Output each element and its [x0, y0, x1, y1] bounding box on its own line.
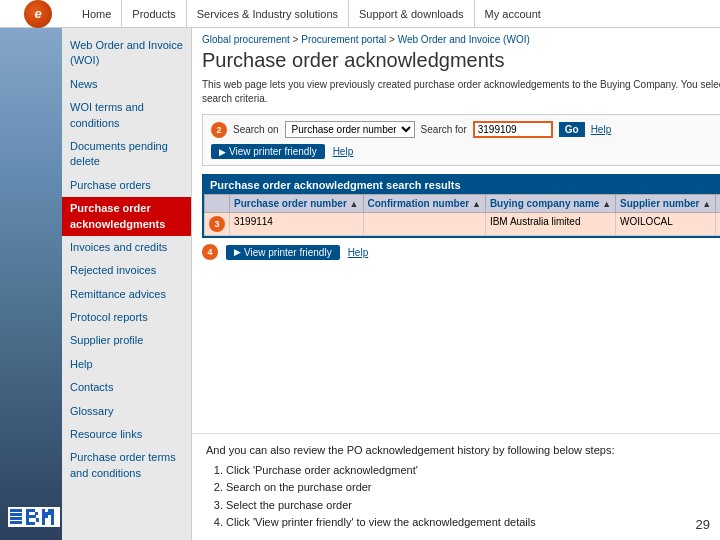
left-bg-image: [0, 28, 62, 540]
sort-arrow-po: ▲: [350, 199, 359, 209]
table-row[interactable]: 3 3199114 IBM Australia limited WOILOCAL…: [205, 213, 721, 236]
main-content: Global procurement > Procurement portal …: [192, 28, 720, 433]
search-for-input[interactable]: [473, 121, 553, 138]
svg-rect-3: [10, 517, 22, 520]
bottom-printer-label: View printer friendly: [244, 247, 332, 258]
go-button[interactable]: Go: [559, 122, 585, 137]
sidebar-item-remittance[interactable]: Remittance advices: [62, 283, 191, 306]
sidebar-item-purchase-orders[interactable]: Purchase orders: [62, 174, 191, 197]
sidebar-item-supplier-profile[interactable]: Supplier profile: [62, 329, 191, 352]
row-po-number: 3199114: [230, 213, 364, 236]
sidebar: Web Order and Invoice (WOI) News WOI ter…: [62, 28, 192, 540]
svg-rect-2: [10, 513, 22, 516]
top-nav: e Home Products Services & Industry solu…: [0, 0, 720, 28]
sidebar-item-contacts[interactable]: Contacts: [62, 376, 191, 399]
sidebar-item-invoices[interactable]: Invoices and credits: [62, 236, 191, 259]
page-number: 29: [696, 517, 710, 532]
sidebar-item-glossary[interactable]: Glossary: [62, 400, 191, 423]
row-supplier: WOILOCAL: [616, 213, 716, 236]
col-po-number[interactable]: Purchase order number ▲: [230, 195, 364, 213]
search-on-label: Search on: [233, 124, 279, 135]
footer-steps: Click 'Purchase order acknowledgment' Se…: [206, 462, 720, 532]
sort-arrow-conf: ▲: [472, 199, 481, 209]
svg-rect-1: [10, 509, 22, 512]
bottom-help-link[interactable]: Help: [348, 247, 369, 258]
nav-support[interactable]: Support & downloads: [349, 0, 475, 28]
svg-rect-14: [51, 509, 54, 525]
col-supplier[interactable]: Supplier number ▲: [616, 195, 716, 213]
sidebar-item-terms[interactable]: WOI terms and conditions: [62, 96, 191, 135]
bottom-row: 4 ▶ View printer friendly Help: [202, 244, 720, 260]
nav-home[interactable]: Home: [72, 0, 122, 28]
svg-rect-12: [45, 512, 48, 518]
search-for-label: Search for: [421, 124, 467, 135]
col-buying-company[interactable]: Buying company name ▲: [485, 195, 615, 213]
breadcrumb-portal[interactable]: Procurement portal: [301, 34, 386, 45]
bottom-printer-btn[interactable]: ▶ View printer friendly: [226, 245, 340, 260]
row-radio[interactable]: 3: [205, 213, 230, 236]
row-submission: Sep/22/2014 1:01 AM: [716, 213, 720, 236]
content-wrapper: Global procurement > Procurement portal …: [192, 28, 720, 540]
footer-step-3: Select the purchase order: [226, 497, 720, 515]
nav-services[interactable]: Services & Industry solutions: [187, 0, 349, 28]
svg-rect-10: [36, 518, 39, 522]
breadcrumb-woi[interactable]: Web Order and Invoice (WOI): [398, 34, 530, 45]
bottom-printer-icon: ▶: [234, 247, 241, 257]
svg-rect-6: [29, 509, 35, 512]
search-help-link[interactable]: Help: [591, 124, 612, 135]
sidebar-item-resource-links[interactable]: Resource links: [62, 423, 191, 446]
sort-arrow-supplier: ▲: [702, 199, 711, 209]
sidebar-item-rejected-invoices[interactable]: Rejected invoices: [62, 259, 191, 282]
results-box: Purchase order acknowledgment search res…: [202, 174, 720, 238]
search-form-box: 2 Search on Purchase order number Search…: [202, 114, 720, 166]
search-row: 2 Search on Purchase order number Search…: [211, 121, 720, 138]
sidebar-item-po-terms[interactable]: Purchase order terms and conditions: [62, 446, 191, 485]
printer-icon: ▶: [219, 147, 226, 157]
printer-row: ▶ View printer friendly Help: [211, 144, 720, 159]
sidebar-item-docs-pending[interactable]: Documents pending delete: [62, 135, 191, 174]
svg-rect-9: [35, 512, 38, 515]
nav-items: Home Products Services & Industry soluti…: [72, 0, 712, 28]
svg-rect-13: [48, 509, 51, 515]
logo-area: e: [8, 0, 68, 28]
col-submission[interactable]: Submission date/time ▲: [716, 195, 720, 213]
sidebar-item-woi[interactable]: Web Order and Invoice (WOI): [62, 34, 191, 73]
footer-area: And you can also review the PO acknowled…: [192, 433, 720, 540]
page-title: Purchase order acknowledgments: [202, 49, 720, 72]
col-radio: [205, 195, 230, 213]
sidebar-item-po-acknowledgments[interactable]: Purchase order acknowledgments: [62, 197, 191, 236]
nav-account[interactable]: My account: [475, 0, 551, 28]
sidebar-item-news[interactable]: News: [62, 73, 191, 96]
footer-step-4: Click 'View printer friendly' to view th…: [226, 514, 720, 532]
results-table: Purchase order number ▲ Confirmation num…: [204, 194, 720, 236]
sidebar-item-help[interactable]: Help: [62, 353, 191, 376]
ibm-logo: [8, 507, 60, 532]
footer-step-2: Search on the purchase order: [226, 479, 720, 497]
svg-rect-8: [29, 522, 35, 525]
printer-help-link[interactable]: Help: [333, 146, 354, 157]
svg-rect-11: [42, 509, 45, 525]
breadcrumb-global[interactable]: Global procurement: [202, 34, 290, 45]
row-buying-company: IBM Australia limited: [485, 213, 615, 236]
search-badge-2: 2: [211, 122, 227, 138]
sidebar-item-protocol[interactable]: Protocol reports: [62, 306, 191, 329]
svg-rect-7: [29, 515, 36, 518]
main-layout: Web Order and Invoice (WOI) News WOI ter…: [0, 28, 720, 540]
sort-arrow-buying: ▲: [602, 199, 611, 209]
svg-rect-5: [26, 509, 29, 525]
breadcrumb: Global procurement > Procurement portal …: [202, 34, 720, 45]
printer-friendly-label: View printer friendly: [229, 146, 317, 157]
view-printer-friendly-btn[interactable]: ▶ View printer friendly: [211, 144, 325, 159]
footer-step-1: Click 'Purchase order acknowledgment': [226, 462, 720, 480]
search-on-select[interactable]: Purchase order number: [285, 121, 415, 138]
results-title: Purchase order acknowledgment search res…: [204, 176, 720, 194]
bottom-badge: 4: [202, 244, 218, 260]
svg-rect-4: [10, 521, 22, 524]
row-confirmation: [363, 213, 485, 236]
page-description: This web page lets you view previously c…: [202, 78, 720, 106]
row-badge: 3: [209, 216, 225, 232]
col-confirmation[interactable]: Confirmation number ▲: [363, 195, 485, 213]
nav-products[interactable]: Products: [122, 0, 186, 28]
footer-intro: And you can also review the PO acknowled…: [206, 442, 720, 460]
e-logo: e: [24, 0, 52, 28]
